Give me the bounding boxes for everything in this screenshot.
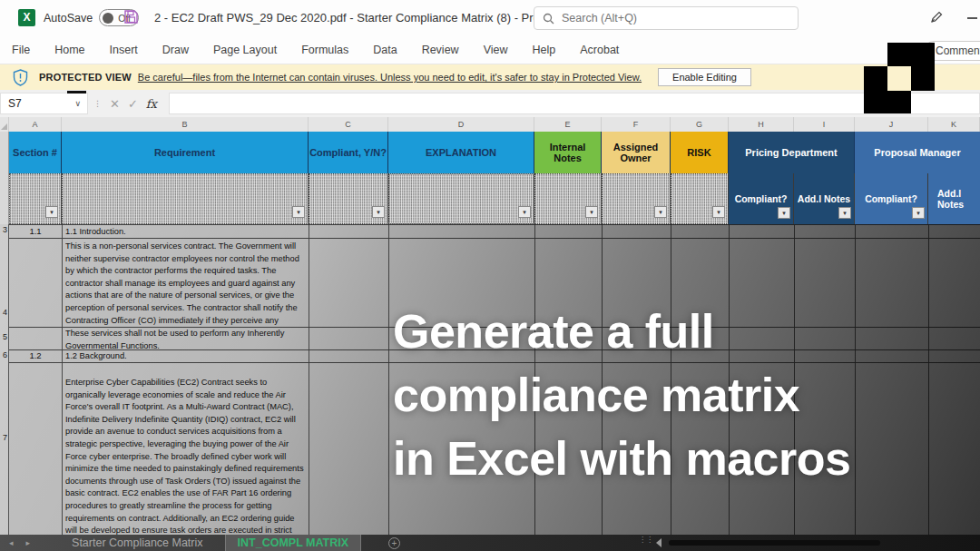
subheader-label: Add.l Notes [798,193,850,204]
subheader-label: Compliant? [735,193,788,204]
tab-data[interactable]: Data [373,44,397,56]
title-bar: X AutoSave Off 2 - EC2 Draft PWS_29 Dec … [0,0,980,36]
sheet-nav-arrows[interactable]: ◂▸ [0,538,50,547]
formula-input[interactable] [169,93,980,114]
col-letter-a[interactable]: A [9,117,62,132]
row-header-spacer [0,173,9,224]
col-letter-d[interactable]: D [388,117,534,132]
tab-home[interactable]: Home [54,44,84,56]
filter-dropdown-icon[interactable]: ▾ [292,206,305,218]
cell-section-number[interactable]: 1.2 [9,350,62,360]
sheet-tab-int-compl-matrix[interactable]: INT_COMPL MATRIX [225,535,361,551]
tab-draw[interactable]: Draw [162,44,189,56]
col-letter-b[interactable]: B [62,117,309,132]
filter-dropdown-icon[interactable]: ▾ [912,207,925,219]
cell-section-number[interactable]: 1.1 [9,226,62,236]
cell-requirement[interactable]: 1.1 Introduction. [65,226,306,237]
filter-cell-d: ▾ [388,173,534,224]
header-pricing-department[interactable]: Pricing Department [729,132,855,173]
search-box[interactable] [534,6,799,30]
filter-cell-c: ▾ [309,173,388,224]
autosave-label: AutoSave [44,12,93,25]
excel-app-icon[interactable]: X [18,9,35,26]
ribbon-tab-bar: File Home Insert Draw Page Layout Formul… [0,36,980,64]
sheet-tab-starter[interactable]: Starter Compliance Matrix [50,535,225,551]
header-section[interactable]: Section # [9,132,62,173]
tab-review[interactable]: Review [422,44,459,56]
filter-dropdown-icon[interactable]: ▾ [518,206,531,218]
cell-requirement[interactable]: Enterprise Cyber Capabilities (EC2) Cont… [65,377,306,535]
tab-formulas[interactable]: Formulas [301,44,348,56]
header-risk[interactable]: RISK [671,132,729,173]
row-header-strip[interactable]: 3 4 5 6 7 [0,224,9,551]
col-letter-g[interactable]: G [671,117,729,132]
subheader-label: Add.l Notes [937,188,980,210]
insert-function-icon[interactable]: fx [146,97,157,111]
col-letter-f[interactable]: F [602,117,671,132]
row-number[interactable]: 6 [0,350,8,359]
minimize-button[interactable] [967,17,977,19]
name-box-dropdown-icon[interactable]: ∨ [74,93,81,113]
toggle-knob-icon [103,13,113,24]
filter-dropdown-icon[interactable]: ▾ [712,206,725,218]
col-letter-k[interactable]: K [928,117,980,132]
tab-page-layout[interactable]: Page Layout [213,44,277,56]
tab-help[interactable]: Help [533,44,556,56]
protected-view-banner: PROTECTED VIEW Be careful—files from the… [0,64,980,90]
header-compliant[interactable]: Compliant, Y/N? [309,132,388,173]
tab-file[interactable]: File [12,44,30,56]
cell-requirement[interactable]: This is a non-personal services contract… [65,241,306,327]
col-letter-j[interactable]: J [855,117,928,132]
enable-editing-button[interactable]: Enable Editing [658,68,751,86]
header-internal-notes[interactable]: Internal Notes [534,132,602,173]
select-all-corner[interactable] [0,117,9,132]
protected-view-label: PROTECTED VIEW [39,72,132,83]
row-number[interactable]: 7 [0,433,8,442]
scroll-left-icon[interactable] [656,538,662,547]
subheader-proposal-compliant[interactable]: Compliant?▾ [855,173,928,224]
col-letter-e[interactable]: E [534,117,602,132]
name-box-value: S7 [8,97,22,110]
cursor-artifact [67,91,86,93]
subheader-proposal-notes[interactable]: Add.l Notes [928,173,980,224]
sheet-tab-bar: ◂▸ Starter Compliance Matrix INT_COMPL M… [0,535,980,551]
col-letter-h[interactable]: H [729,117,794,132]
row-number[interactable]: 3 [0,225,8,234]
row-number[interactable]: 5 [0,332,8,341]
tab-insert[interactable]: Insert [110,44,138,56]
enter-icon[interactable]: ✓ [128,97,138,111]
filter-dropdown-icon[interactable]: ▾ [585,206,598,218]
filter-cell-f: ▾ [602,173,671,224]
filter-dropdown-icon[interactable]: ▾ [838,207,851,219]
splitter-handle-icon[interactable]: ⋮⋮ [639,537,653,543]
col-letter-c[interactable]: C [309,117,388,132]
horizontal-scrollbar-thumb[interactable] [669,540,880,546]
tab-view[interactable]: View [484,44,508,56]
header-requirement[interactable]: Requirement [62,132,309,173]
filter-dropdown-icon[interactable]: ▾ [778,207,790,219]
subheader-pricing-notes[interactable]: Add.l Notes▾ [794,173,855,224]
header-proposal-manager[interactable]: Proposal Manager [855,132,980,173]
search-input[interactable] [562,12,789,25]
protected-view-message[interactable]: Be careful—files from the Internet can c… [138,72,642,83]
col-letter-i[interactable]: I [794,117,855,132]
filter-dropdown-icon[interactable]: ▾ [372,206,385,218]
save-icon[interactable] [123,9,139,28]
ink-pen-icon[interactable] [929,10,944,28]
tab-acrobat[interactable]: Acrobat [580,44,619,56]
drag-handle-icon[interactable]: ⋮ [93,100,102,107]
cell-requirement[interactable]: These services shall not be used to perf… [65,328,306,352]
header-assigned-owner[interactable]: Assigned Owner [602,132,671,173]
new-sheet-icon[interactable]: + [388,537,400,549]
row-number[interactable]: 4 [0,308,8,317]
filter-dropdown-icon[interactable]: ▾ [45,206,58,218]
header-explanation[interactable]: EXPLANATION [388,132,534,173]
column-headers: A B C D E F G H I J K [0,117,980,132]
name-box[interactable]: S7 ∨ [0,93,88,114]
cell-requirement[interactable]: 1.2 Background. [65,350,306,361]
subheader-pricing-compliant[interactable]: Compliant?▾ [729,173,794,224]
cancel-icon[interactable]: ✕ [110,97,120,111]
filter-dropdown-icon[interactable]: ▾ [654,206,667,218]
shield-icon [13,69,28,86]
filter-cell-b: ▾ [62,173,309,224]
